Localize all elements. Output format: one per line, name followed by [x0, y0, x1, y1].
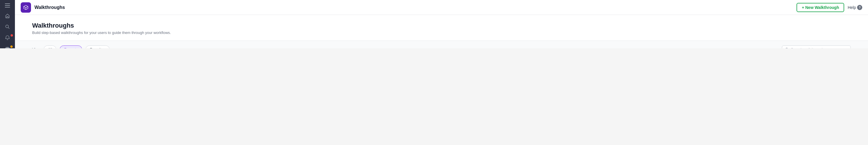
topnav: Walkthroughs + New Walkthrough Help ?	[15, 0, 868, 15]
filter-recents-button[interactable]: Recents	[60, 45, 82, 48]
view-label: View	[32, 47, 40, 48]
new-walkthrough-button[interactable]: + New Walkthrough	[797, 3, 844, 12]
menu-icon[interactable]	[3, 3, 12, 7]
home-icon[interactable]	[3, 13, 12, 18]
page-header: Walkthroughs Build step-based walkthroug…	[15, 15, 868, 41]
filter-all-button[interactable]: All	[43, 45, 56, 48]
filter-favorites-button[interactable]: Favorites	[86, 45, 110, 48]
search-container	[782, 45, 851, 48]
page-content: Walkthroughs Build step-based walkthroug…	[15, 15, 868, 48]
topnav-title: Walkthroughs	[34, 5, 797, 10]
svg-rect-1	[5, 5, 10, 6]
page-title: Walkthroughs	[32, 22, 851, 29]
search-icon	[785, 47, 789, 49]
help-link[interactable]: Help ?	[848, 5, 862, 10]
help-icon: ?	[857, 5, 862, 10]
svg-rect-0	[5, 3, 10, 4]
topnav-actions: + New Walkthrough Help ?	[797, 3, 862, 12]
bell-icon[interactable]	[3, 35, 12, 40]
filter-bar: View All Recents Favorites	[15, 41, 868, 48]
search-icon[interactable]	[3, 24, 12, 29]
walkthroughs-app-icon	[21, 2, 31, 13]
svg-point-3	[6, 25, 9, 28]
svg-rect-5	[6, 47, 9, 48]
main-wrapper: Walkthroughs + New Walkthrough Help ? Wa…	[15, 0, 868, 48]
gift-icon[interactable]	[3, 46, 12, 48]
svg-point-6	[786, 48, 788, 48]
search-input[interactable]	[791, 47, 848, 48]
help-label: Help	[848, 5, 856, 10]
svg-rect-2	[5, 7, 10, 7]
page-subtitle: Build step-based walkthroughs for your u…	[32, 30, 851, 35]
sidebar	[0, 0, 15, 48]
